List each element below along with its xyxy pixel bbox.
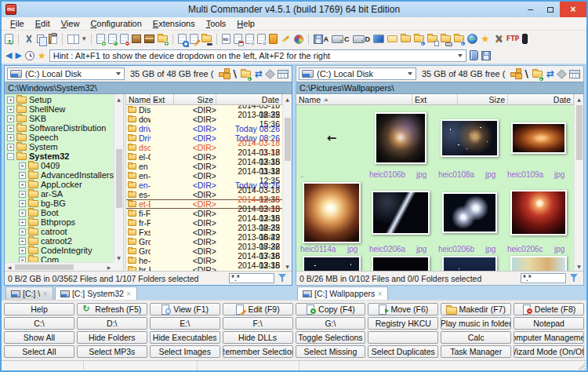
history-icon[interactable] <box>24 49 35 62</box>
folder-drive-icon[interactable] <box>440 32 452 46</box>
button-makedir-f7-[interactable]: Makedir (F7) <box>441 303 511 315</box>
file-thumbnail[interactable] <box>366 254 435 271</box>
column-header-ext[interactable]: Ext <box>412 94 458 104</box>
tree-item-system[interactable]: +System <box>5 142 114 151</box>
view-columns-icon[interactable] <box>277 67 289 81</box>
forward-icon[interactable]: ▶ <box>14 49 22 62</box>
goto-root-icon[interactable]: \ <box>524 67 529 81</box>
button-notepad[interactable]: Notepad <box>514 317 584 330</box>
button-select-images[interactable]: Select Images <box>150 345 220 358</box>
button-calc[interactable]: Calc <box>441 331 511 344</box>
expand-icon[interactable]: + <box>19 219 26 226</box>
button-registry-hkcu[interactable]: Registry HKCU <box>368 317 438 330</box>
find-files-icon[interactable] <box>201 32 212 46</box>
column-header-date[interactable]: Date <box>508 94 574 104</box>
chevron-down-icon[interactable] <box>455 50 466 61</box>
expand-icon[interactable]: + <box>19 191 26 198</box>
expand-icon[interactable]: + <box>19 200 26 207</box>
tree-item-catroot[interactable]: +catroot <box>5 227 114 236</box>
button-wizard-mode-on-off-[interactable]: Wizard Mode (On/Off) <box>514 345 584 358</box>
tree-item-boot[interactable]: +Boot <box>5 208 114 217</box>
column-header-date[interactable]: Date <box>216 94 282 104</box>
button-show-all[interactable]: Show All <box>4 331 74 344</box>
scrollbar-thumb[interactable] <box>576 105 583 160</box>
minimize-button[interactable]: – <box>521 2 540 17</box>
tab-close-icon[interactable]: × <box>126 290 132 297</box>
ftp-icon[interactable]: FTP <box>506 32 521 46</box>
scroll-up-icon[interactable] <box>283 94 292 104</box>
scroll-up-icon[interactable] <box>114 94 123 104</box>
swap-panels-icon[interactable]: ⇄ <box>546 67 555 81</box>
tab-close-icon[interactable]: × <box>42 290 48 297</box>
scroll-down-icon[interactable] <box>283 261 292 271</box>
tree-item-advancedinstallers[interactable]: +AdvancedInstallers <box>5 170 114 180</box>
file-thumbnail-heic0206b[interactable]: heic0206bjpg <box>435 180 504 254</box>
expand-icon[interactable]: + <box>19 257 26 263</box>
folder-up-icon[interactable] <box>532 67 543 81</box>
button-select-duplicates[interactable]: Select Duplicates <box>368 345 438 358</box>
column-header-name[interactable]: Name <box>126 94 151 104</box>
tree-item-applocker[interactable]: +AppLocker <box>5 180 114 189</box>
file-thumbnail-heic0106b[interactable]: heic0106bjpg <box>366 105 435 180</box>
button-delete-f8-[interactable]: Delete (F8) <box>514 303 584 315</box>
expand-icon[interactable]: + <box>19 162 26 170</box>
button-refresh-f5-[interactable]: Refresh (F5) <box>77 303 147 315</box>
close-button[interactable]: × <box>560 2 586 17</box>
column-header-ext[interactable]: Ext <box>151 94 174 104</box>
button-e-[interactable]: E:\ <box>150 317 220 330</box>
file-thumbnail[interactable] <box>435 254 504 271</box>
tree-item-skb[interactable]: +SKB <box>5 114 114 123</box>
menu-configuration[interactable]: Configuration <box>85 18 147 29</box>
left-filter-input[interactable] <box>229 273 274 283</box>
color-settings-icon[interactable] <box>293 32 304 46</box>
button-copy-f4-[interactable]: Copy (F4) <box>296 303 366 315</box>
button-edit-f9-[interactable]: Edit (F9) <box>223 303 293 315</box>
kb-article-icon[interactable]: kb <box>221 32 231 46</box>
button-view-f1-[interactable]: View (F1) <box>150 303 220 315</box>
expand-icon[interactable]: + <box>7 134 14 141</box>
right-path-bar[interactable]: C:\Pictures\Wallpappers\ <box>296 82 583 94</box>
menu-extensions[interactable]: Extensions <box>147 18 201 29</box>
user-folder-icon[interactable] <box>400 32 412 46</box>
right-drive-selector[interactable]: (C:) Local Disk <box>299 67 416 80</box>
folder-go-icon[interactable] <box>453 32 465 46</box>
tree-horizontal-scrollbar[interactable] <box>5 262 114 271</box>
tree-vertical-scrollbar[interactable] <box>114 94 123 262</box>
column-header-size[interactable]: Size <box>174 94 216 104</box>
file-thumbnail[interactable] <box>297 254 366 271</box>
button-f-[interactable]: F:\ <box>223 317 293 330</box>
deselect-all-icon[interactable] <box>266 67 274 81</box>
notes-icon[interactable] <box>469 49 479 62</box>
goto-root-icon[interactable]: \ <box>233 67 238 81</box>
scrollbar-thumb[interactable] <box>285 118 291 161</box>
folder-tree-toggle-icon[interactable] <box>510 67 522 81</box>
column-header-size[interactable]: Size <box>458 94 508 104</box>
menu-file[interactable]: File <box>5 18 30 29</box>
file-thumbnail[interactable] <box>504 254 573 271</box>
deselect-all-icon[interactable] <box>557 67 566 81</box>
tree-item-com[interactable]: +Com <box>5 255 114 262</box>
button-g-[interactable]: G:\ <box>296 317 366 330</box>
network-icon[interactable] <box>466 32 478 46</box>
file-thumbnail-..[interactable]: ←.. <box>297 105 366 180</box>
paste-icon[interactable] <box>48 32 58 46</box>
button-select-all[interactable]: Select All <box>4 345 74 358</box>
tree-item-catroot2[interactable]: +catroot2 <box>5 236 114 246</box>
thumb-vertical-scrollbar[interactable] <box>574 94 583 271</box>
tree-item-ar-sa[interactable]: +ar-SA <box>5 189 114 199</box>
downloads-folder-icon[interactable] <box>413 32 425 46</box>
phone-icon[interactable] <box>521 32 528 46</box>
copy-file-icon[interactable] <box>107 32 118 46</box>
scrollbar-thumb[interactable] <box>15 264 74 270</box>
button-select-missing[interactable]: Select Missing <box>296 345 366 358</box>
left-drive-selector[interactable]: (C:) Local Disk <box>7 67 125 80</box>
file-operations-icon[interactable] <box>245 32 255 46</box>
menu-help[interactable]: Help <box>231 18 260 29</box>
maximize-button[interactable] <box>540 2 560 17</box>
drive-c-icon[interactable]: C <box>331 32 350 46</box>
file-thumbnail-heic0108a[interactable]: heic0108ajpg <box>435 105 504 180</box>
favorites-icon[interactable]: ★ <box>480 32 491 46</box>
delete-file-icon[interactable] <box>119 32 129 46</box>
expand-icon[interactable]: + <box>19 247 26 254</box>
list-vertical-scrollbar[interactable] <box>282 94 292 271</box>
